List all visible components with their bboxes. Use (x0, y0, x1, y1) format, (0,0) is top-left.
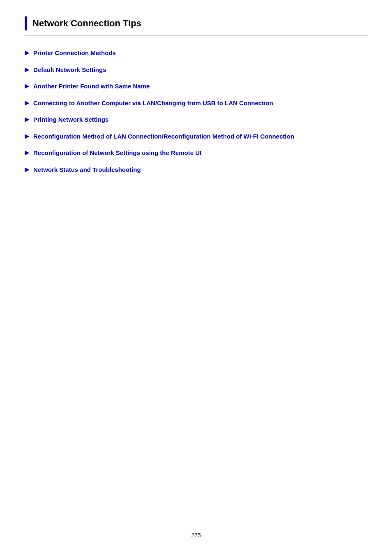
nav-arrow-icon: ▶ (25, 133, 29, 139)
nav-link-reconfiguration-method[interactable]: Reconfiguration Method of LAN Connection… (33, 132, 294, 141)
nav-list-item: ▶Reconfiguration Method of LAN Connectio… (25, 132, 367, 141)
page-header: Network Connection Tips (25, 16, 367, 36)
header-accent-bar (25, 16, 27, 30)
page-container: Network Connection Tips ▶Printer Connect… (0, 0, 392, 198)
page-footer: 275 (0, 532, 392, 539)
nav-link-printer-connection-methods[interactable]: Printer Connection Methods (33, 49, 116, 58)
page-number: 275 (191, 532, 201, 539)
nav-list-item: ▶Connecting to Another Computer via LAN/… (25, 99, 367, 108)
nav-arrow-icon: ▶ (25, 99, 29, 106)
nav-arrow-icon: ▶ (25, 166, 29, 173)
nav-arrow-icon: ▶ (25, 49, 29, 56)
nav-arrow-icon: ▶ (25, 116, 29, 123)
nav-link-default-network-settings[interactable]: Default Network Settings (33, 65, 106, 75)
nav-list-item: ▶Reconfiguration of Network Settings usi… (25, 148, 367, 158)
nav-link-printing-network-settings[interactable]: Printing Network Settings (33, 115, 108, 125)
nav-arrow-icon: ▶ (25, 83, 29, 89)
nav-arrow-icon: ▶ (25, 66, 29, 73)
nav-list-item: ▶Another Printer Found with Same Name (25, 82, 367, 91)
navigation-list: ▶Printer Connection Methods▶Default Netw… (25, 49, 367, 174)
nav-link-another-printer-found[interactable]: Another Printer Found with Same Name (33, 82, 150, 91)
nav-list-item: ▶Network Status and Troubleshooting (25, 165, 367, 175)
nav-link-connecting-another-computer[interactable]: Connecting to Another Computer via LAN/C… (33, 99, 273, 108)
page-title: Network Connection Tips (32, 16, 141, 30)
nav-link-network-status-troubleshooting[interactable]: Network Status and Troubleshooting (33, 165, 141, 175)
nav-list-item: ▶Default Network Settings (25, 65, 367, 75)
nav-link-reconfiguration-remote-ui[interactable]: Reconfiguration of Network Settings usin… (33, 148, 201, 158)
nav-list-item: ▶Printer Connection Methods (25, 49, 367, 58)
nav-list-item: ▶Printing Network Settings (25, 115, 367, 125)
nav-arrow-icon: ▶ (25, 149, 29, 156)
